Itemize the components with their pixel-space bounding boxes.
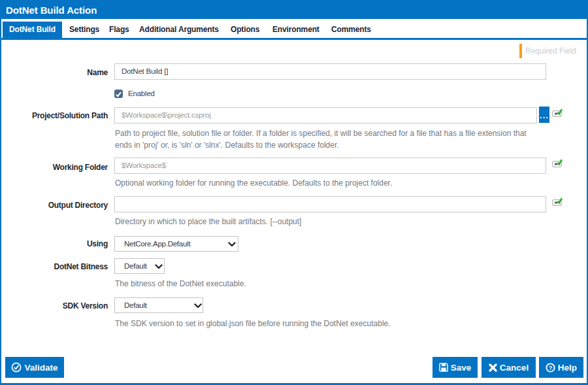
- svg-text:?: ?: [549, 364, 553, 371]
